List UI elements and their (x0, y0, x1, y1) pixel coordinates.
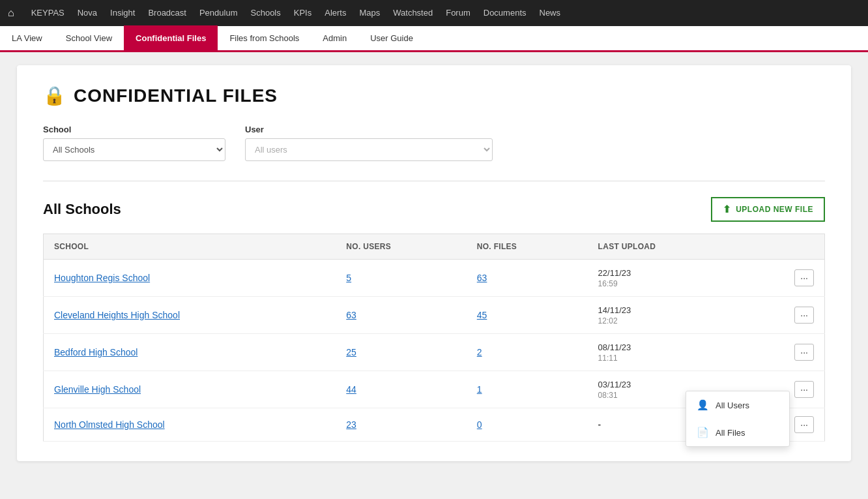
upload-time: 08:31 (598, 391, 618, 400)
col-no-users: NO. USERS (336, 234, 466, 260)
files-link[interactable]: 0 (477, 419, 482, 430)
school-link[interactable]: North Olmsted High School (54, 419, 165, 430)
cell-actions: ··· (744, 334, 825, 371)
upload-time: 11:11 (598, 354, 618, 363)
cell-last-upload: 14/11/2312:02 (588, 297, 744, 334)
nav-documents[interactable]: Documents (477, 0, 533, 26)
menu-item-all-users-label: All Users (716, 401, 749, 410)
nav-broadcast[interactable]: Broadcast (141, 0, 193, 26)
cell-no-users: 23 (336, 408, 466, 442)
cell-school: Houghton Regis School (44, 260, 336, 297)
users-link[interactable]: 25 (346, 347, 356, 357)
upload-button-label: UPLOAD NEW FILE (736, 205, 813, 214)
tab-admin[interactable]: Admin (311, 25, 358, 52)
nav-maps[interactable]: Maps (353, 0, 386, 26)
school-select[interactable]: All Schools Houghton Regis School Clevel… (43, 138, 225, 161)
more-options-button[interactable]: ··· (794, 269, 814, 286)
tab-user-guide[interactable]: User Guide (358, 25, 425, 52)
cell-last-upload: 08/11/2311:11 (588, 334, 744, 371)
upload-time: 16:59 (598, 279, 618, 288)
nav-insight[interactable]: Insight (104, 0, 141, 26)
page-title-row: 🔒 CONFIDENTIAL FILES (43, 85, 825, 106)
upload-new-file-button[interactable]: ⬆ UPLOAD NEW FILE (711, 197, 825, 222)
cell-actions: ··· (744, 297, 825, 334)
col-school: SCHOOL (44, 234, 336, 260)
user-select[interactable]: All users (245, 138, 493, 161)
cell-last-upload: 22/11/2316:59 (588, 260, 744, 297)
nav-alerts[interactable]: Alerts (318, 0, 353, 26)
upload-date: 22/11/23 (598, 268, 631, 278)
users-link[interactable]: 44 (346, 384, 356, 395)
files-link[interactable]: 45 (477, 310, 487, 320)
upload-icon: ⬆ (723, 204, 732, 215)
nav-nova[interactable]: Nova (71, 0, 104, 26)
upload-date: 14/11/23 (598, 305, 631, 315)
cell-no-users: 25 (336, 334, 466, 371)
col-no-files: NO. FILES (467, 234, 588, 260)
cell-no-users: 5 (336, 260, 466, 297)
upload-date: 08/11/23 (598, 342, 631, 352)
upload-time: 12:02 (598, 316, 618, 325)
more-options-button[interactable]: ··· (794, 381, 814, 398)
more-options-button[interactable]: ··· (794, 307, 814, 324)
cell-no-files: 63 (467, 260, 588, 297)
filters-row: School All Schools Houghton Regis School… (43, 125, 825, 161)
more-options-button[interactable]: ··· (794, 416, 814, 433)
cell-school: Glenville High School (44, 371, 336, 408)
tab-confidential-files[interactable]: Confidential Files (124, 25, 218, 52)
files-link[interactable]: 1 (477, 384, 482, 395)
cell-school: Cleveland Heights High School (44, 297, 336, 334)
school-link[interactable]: Houghton Regis School (54, 273, 150, 283)
user-icon: 👤 (697, 399, 709, 411)
user-filter-group: User All users (245, 125, 493, 161)
col-last-upload: LAST UPLOAD (588, 234, 744, 260)
tab-la-view[interactable]: LA View (0, 25, 54, 52)
upload-date: 03/11/23 (598, 380, 631, 389)
cell-no-users: 44 (336, 371, 466, 408)
nav-news[interactable]: News (533, 0, 568, 26)
nav-kpis[interactable]: KPIs (287, 0, 318, 26)
users-link[interactable]: 23 (346, 419, 356, 430)
sub-navigation: LA View School View Confidential Files F… (0, 26, 868, 52)
table-row: Bedford High School25208/11/2311:11··· (44, 334, 825, 371)
files-link[interactable]: 2 (477, 347, 482, 357)
nav-pendulum[interactable]: Pendulum (193, 0, 244, 26)
nav-keypas[interactable]: KEYPAS (25, 0, 71, 26)
school-link[interactable]: Cleveland Heights High School (54, 310, 180, 320)
nav-schools[interactable]: Schools (244, 0, 287, 26)
page-title: CONFIDENTIAL FILES (74, 85, 278, 106)
nav-forum[interactable]: Forum (439, 0, 477, 26)
menu-item-all-files-label: All Files (716, 428, 745, 438)
file-icon: 📄 (697, 427, 709, 438)
cell-no-files: 45 (467, 297, 588, 334)
menu-item-all-files[interactable]: 📄 All Files (686, 419, 789, 446)
section-title: All Schools (43, 201, 121, 218)
cell-school: Bedford High School (44, 334, 336, 371)
cell-actions: ··· (744, 260, 825, 297)
school-filter-label: School (43, 125, 225, 134)
tab-school-view[interactable]: School View (54, 25, 124, 52)
cell-no-users: 63 (336, 297, 466, 334)
school-link[interactable]: Glenville High School (54, 384, 141, 395)
cell-no-files: 1 (467, 371, 588, 408)
more-options-button[interactable]: ··· (794, 344, 814, 361)
school-link[interactable]: Bedford High School (54, 347, 137, 357)
menu-item-all-users[interactable]: 👤 All Users (686, 391, 789, 419)
home-icon[interactable]: ⌂ (8, 7, 14, 19)
cell-no-files: 2 (467, 334, 588, 371)
table-header-row: SCHOOL NO. USERS NO. FILES LAST UPLOAD (44, 234, 825, 260)
tab-files-from-schools[interactable]: Files from Schools (218, 25, 311, 52)
cell-school: North Olmsted High School (44, 408, 336, 442)
lock-icon: 🔒 (43, 85, 66, 106)
table-row: Cleveland Heights High School634514/11/2… (44, 297, 825, 334)
users-link[interactable]: 5 (346, 273, 351, 283)
files-link[interactable]: 63 (477, 273, 487, 283)
upload-date-none: - (598, 419, 601, 430)
cell-no-files: 0 (467, 408, 588, 442)
nav-watchsted[interactable]: Watchsted (386, 0, 439, 26)
users-link[interactable]: 63 (346, 310, 356, 320)
section-header: All Schools ⬆ UPLOAD NEW FILE (43, 197, 825, 222)
user-filter-label: User (245, 125, 493, 134)
context-menu-popup: 👤 All Users 📄 All Files (686, 391, 790, 447)
top-navigation: ⌂ KEYPAS Nova Insight Broadcast Pendulum… (0, 0, 868, 26)
